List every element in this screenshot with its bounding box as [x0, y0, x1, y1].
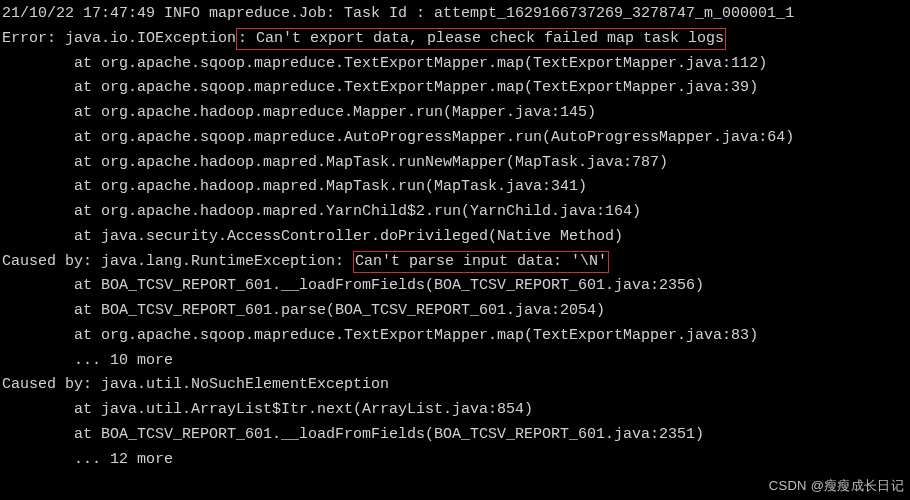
- log-line: ... 10 more: [2, 349, 910, 374]
- log-line: at org.apache.hadoop.mapreduce.Mapper.ru…: [2, 101, 910, 126]
- log-line: at org.apache.sqoop.mapreduce.TextExport…: [2, 52, 910, 77]
- log-line: at BOA_TCSV_REPORT_601.parse(BOA_TCSV_RE…: [2, 299, 910, 324]
- log-text: 21/10/22 17:47:49 INFO mapreduce.Job: Ta…: [2, 5, 794, 22]
- log-line: at org.apache.sqoop.mapreduce.TextExport…: [2, 76, 910, 101]
- watermark: CSDN @瘦瘦成长日记: [769, 475, 904, 496]
- log-text: at org.apache.hadoop.mapred.YarnChild$2.…: [74, 203, 641, 220]
- log-line: at BOA_TCSV_REPORT_601.__loadFromFields(…: [2, 274, 910, 299]
- log-text: at org.apache.sqoop.mapreduce.AutoProgre…: [74, 129, 794, 146]
- log-line: Caused by: java.util.NoSuchElementExcept…: [2, 373, 910, 398]
- log-line: at BOA_TCSV_REPORT_601.__loadFromFields(…: [2, 423, 910, 448]
- highlight-box: Can't parse input data: '\N': [353, 251, 609, 273]
- log-line: at org.apache.sqoop.mapreduce.TextExport…: [2, 324, 910, 349]
- log-line: Error: java.io.IOException: Can't export…: [2, 27, 910, 52]
- log-text: at org.apache.hadoop.mapred.MapTask.run(…: [74, 178, 587, 195]
- log-line: at java.util.ArrayList$Itr.next(ArrayLis…: [2, 398, 910, 423]
- log-line: at org.apache.sqoop.mapreduce.AutoProgre…: [2, 126, 910, 151]
- log-text: Caused by: java.util.NoSuchElementExcept…: [2, 376, 389, 393]
- log-text: at org.apache.hadoop.mapred.MapTask.runN…: [74, 154, 668, 171]
- log-text: at org.apache.hadoop.mapreduce.Mapper.ru…: [74, 104, 596, 121]
- terminal-output: 21/10/22 17:47:49 INFO mapreduce.Job: Ta…: [2, 2, 910, 472]
- log-line: Caused by: java.lang.RuntimeException: C…: [2, 250, 910, 275]
- log-line: at org.apache.hadoop.mapred.MapTask.run(…: [2, 175, 910, 200]
- log-text: at java.security.AccessController.doPriv…: [74, 228, 623, 245]
- log-text: Error: java.io.IOException: [2, 30, 236, 47]
- log-text: at BOA_TCSV_REPORT_601.parse(BOA_TCSV_RE…: [74, 302, 605, 319]
- highlight-box: : Can't export data, please check failed…: [236, 28, 726, 50]
- log-text: at BOA_TCSV_REPORT_601.__loadFromFields(…: [74, 277, 704, 294]
- log-line: at java.security.AccessController.doPriv…: [2, 225, 910, 250]
- log-text: ... 10 more: [74, 352, 173, 369]
- log-text: at java.util.ArrayList$Itr.next(ArrayLis…: [74, 401, 533, 418]
- log-text: Caused by: java.lang.RuntimeException:: [2, 253, 353, 270]
- log-text: at BOA_TCSV_REPORT_601.__loadFromFields(…: [74, 426, 704, 443]
- log-line: ... 12 more: [2, 448, 910, 473]
- log-text: at org.apache.sqoop.mapreduce.TextExport…: [74, 79, 758, 96]
- log-text: ... 12 more: [74, 451, 173, 468]
- log-line: at org.apache.hadoop.mapred.YarnChild$2.…: [2, 200, 910, 225]
- log-line: 21/10/22 17:47:49 INFO mapreduce.Job: Ta…: [2, 2, 910, 27]
- log-text: at org.apache.sqoop.mapreduce.TextExport…: [74, 55, 767, 72]
- log-text: at org.apache.sqoop.mapreduce.TextExport…: [74, 327, 758, 344]
- log-line: at org.apache.hadoop.mapred.MapTask.runN…: [2, 151, 910, 176]
